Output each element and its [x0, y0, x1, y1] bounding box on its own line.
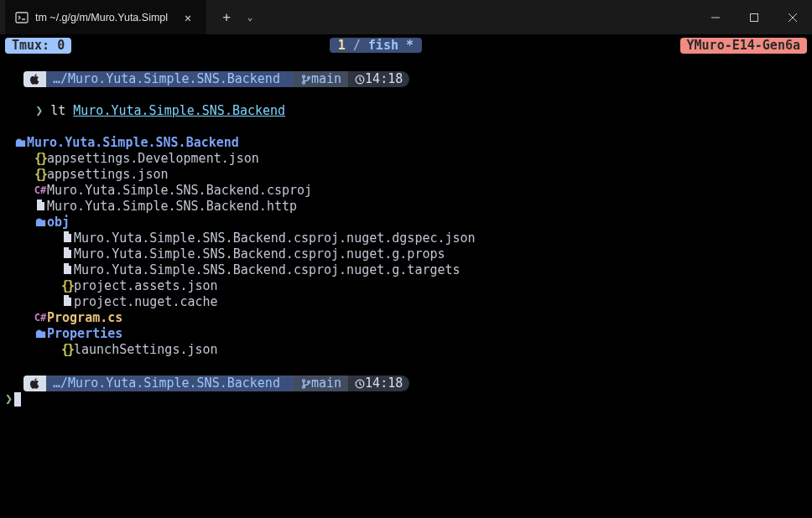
minimize-button[interactable] — [696, 0, 735, 34]
file-icon — [60, 262, 74, 278]
tree-item: Muro.Yuta.Simple.SNS.Backend.csproj.nuge… — [5, 262, 807, 278]
tree-item-name: Muro.Yuta.Simple.SNS.Backend.csproj.nuge… — [74, 246, 445, 262]
hostname-label: YMuro-E14-Gen6a — [680, 38, 807, 54]
tree-item-name: appsettings.Development.json — [47, 151, 259, 167]
time-segment: 14:18 — [348, 71, 409, 87]
tree-item: project.nuget.cache — [5, 294, 807, 310]
json-icon: {} — [34, 167, 47, 183]
svg-rect-2 — [751, 13, 758, 21]
tree-item: Muro.Yuta.Simple.SNS.Backend.csproj.nuge… — [5, 246, 807, 262]
tree-item: Muro.Yuta.Simple.SNS.Backend.csproj.nuge… — [5, 231, 807, 246]
tree-item-name: Muro.Yuta.Simple.SNS.Backend.http — [47, 199, 297, 215]
command-line-1: ❯ lt Muro.Yuta.Simple.SNS.Backend — [5, 87, 807, 135]
tab-active[interactable]: tm ~/.g/g/m/Muro.Yuta.Simpl ✕ — [5, 0, 206, 34]
tmux-session-label: Tmux: 0 — [5, 38, 71, 54]
tree-item: C#Muro.Yuta.Simple.SNS.Backend.csproj — [5, 183, 807, 199]
command-argument: Muro.Yuta.Simple.SNS.Backend — [73, 103, 285, 118]
file-icon — [60, 231, 74, 246]
cursor — [14, 392, 21, 407]
json-icon: {} — [34, 151, 47, 167]
tree-item-name: obj — [47, 215, 70, 231]
tree-item: {}appsettings.json — [5, 167, 807, 183]
folder-icon: 🖿 — [34, 215, 47, 231]
tree-output: 🖿Muro.Yuta.Simple.SNS.Backend {}appsetti… — [5, 135, 807, 358]
file-icon — [34, 199, 47, 215]
svg-point-7 — [308, 76, 310, 79]
json-icon: {} — [60, 278, 74, 294]
tab-dropdown-button[interactable]: ⌄ — [242, 12, 258, 23]
svg-rect-0 — [16, 13, 28, 23]
tree-item-name: Properties — [47, 326, 122, 342]
cwd-segment: …/Muro.Yuta.Simple.SNS.Backend — [46, 71, 294, 87]
tree-item-name: launchSettings.json — [74, 342, 218, 358]
cwd-segment: …/Muro.Yuta.Simple.SNS.Backend — [46, 376, 294, 391]
terminal-area[interactable]: Tmux: 0 1 / fish * YMuro-E14-Gen6a …/Mur… — [0, 34, 812, 407]
tree-item-name: appsettings.json — [47, 167, 169, 183]
new-tab-button[interactable]: + — [213, 9, 240, 25]
folder-icon: 🖿 — [13, 135, 27, 151]
tree-item: Muro.Yuta.Simple.SNS.Backend.http — [5, 199, 807, 215]
prompt-chevron-icon: ❯ — [5, 391, 13, 407]
tree-item-name: project.assets.json — [74, 278, 218, 294]
tree-item-name: Muro.Yuta.Simple.SNS.Backend.csproj.nuge… — [74, 262, 461, 278]
svg-point-11 — [308, 381, 310, 383]
git-branch-segment: main — [294, 376, 348, 391]
close-tab-button[interactable]: ✕ — [176, 11, 200, 24]
tmux-window-indicator: 1 / fish * — [71, 38, 679, 54]
tree-root: 🖿Muro.Yuta.Simple.SNS.Backend — [5, 135, 807, 151]
tree-item-name: project.nuget.cache — [74, 294, 218, 310]
command-line-2[interactable]: ❯ — [5, 391, 807, 407]
tree-item: 🖿Properties — [5, 326, 807, 342]
tree-item-name: Muro.Yuta.Simple.SNS.Backend.csproj — [47, 183, 312, 199]
maximize-button[interactable] — [735, 0, 773, 34]
git-branch-segment: main — [294, 71, 348, 87]
time-segment: 14:18 — [348, 376, 409, 391]
apple-icon — [23, 71, 46, 87]
tree-item: {}launchSettings.json — [5, 342, 807, 358]
tree-item: 🖿obj — [5, 215, 807, 231]
svg-point-9 — [303, 379, 305, 381]
svg-point-5 — [303, 75, 305, 77]
tab-title: tm ~/.g/g/m/Muro.Yuta.Simpl — [35, 12, 169, 23]
svg-point-10 — [303, 386, 305, 388]
tree-item: {}appsettings.Development.json — [5, 151, 807, 167]
close-window-button[interactable] — [773, 0, 812, 34]
titlebar: tm ~/.g/g/m/Muro.Yuta.Simpl ✕ + ⌄ — [0, 0, 812, 34]
folder-icon: 🖿 — [34, 326, 47, 342]
csharp-icon: C# — [34, 310, 47, 326]
prompt-line-2: …/Muro.Yuta.Simple.SNS.Backend main 14:1… — [5, 376, 807, 391]
tmux-status-bar: Tmux: 0 1 / fish * YMuro-E14-Gen6a — [5, 38, 807, 54]
tree-item: {}project.assets.json — [5, 278, 807, 294]
file-icon — [60, 246, 74, 262]
svg-point-6 — [303, 81, 305, 84]
csharp-icon: C# — [34, 183, 47, 199]
apple-icon — [23, 376, 46, 391]
file-icon — [60, 294, 74, 310]
tree-item-name: Program.cs — [47, 310, 122, 326]
json-icon: {} — [60, 342, 74, 358]
window-controls — [696, 0, 812, 34]
terminal-icon — [15, 11, 29, 24]
prompt-chevron-icon: ❯ — [35, 103, 43, 118]
tree-item-name: Muro.Yuta.Simple.SNS.Backend.csproj.nuge… — [74, 231, 476, 246]
prompt-line-1: …/Muro.Yuta.Simple.SNS.Backend main 14:1… — [5, 71, 807, 87]
tree-item: C#Program.cs — [5, 310, 807, 326]
